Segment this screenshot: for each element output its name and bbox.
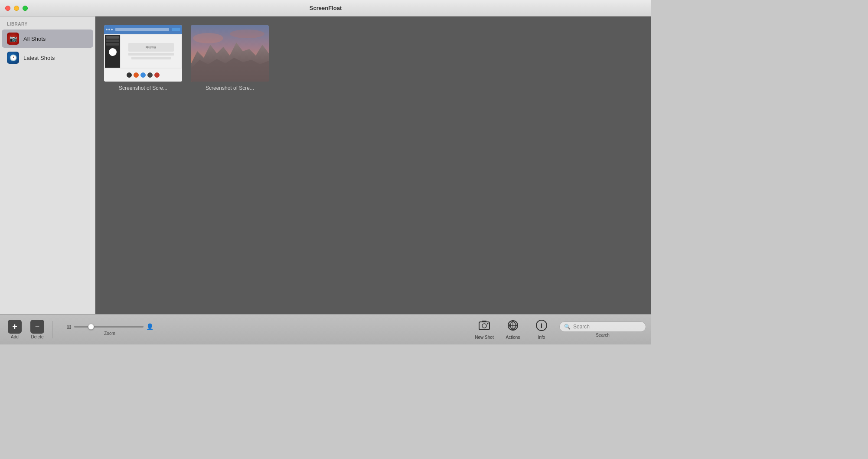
actions-button[interactable]: Actions: [502, 319, 524, 340]
title-bar: ScreenFloat: [0, 0, 651, 16]
search-label: Search: [596, 333, 610, 338]
all-shots-label: All Shots: [23, 36, 46, 42]
svg-point-6: [487, 323, 489, 325]
shot-thumbnail-2: [191, 25, 269, 82]
new-shot-icon: [478, 319, 490, 334]
traffic-lights: [5, 6, 28, 11]
toolbar: + Add − Delete ⊞ 👤 Zoom: [0, 314, 651, 344]
add-icon: +: [8, 320, 22, 334]
search-area: 🔍 Search: [559, 321, 646, 338]
new-shot-button[interactable]: New Shot: [473, 319, 495, 340]
main-content: LIBRARY All Shots Latest Shots: [0, 16, 651, 314]
latest-shots-label: Latest Shots: [23, 55, 55, 61]
zoom-out-icon: ⊞: [66, 323, 72, 330]
zoom-slider[interactable]: [74, 326, 144, 328]
actions-label: Actions: [506, 335, 520, 340]
shot-label-2: Screenshot of Scre...: [206, 85, 254, 91]
zoom-label: Zoom: [104, 331, 115, 336]
svg-point-1: [193, 33, 223, 43]
all-shots-icon: [7, 33, 19, 45]
toolbar-right: New Shot Actions i: [473, 319, 646, 340]
shot-label-1: Screenshot of Scre...: [119, 85, 167, 91]
shot-thumbnail-1: 网站内容: [104, 25, 182, 82]
search-input[interactable]: [573, 324, 641, 330]
library-label: LIBRARY: [0, 16, 95, 29]
actions-icon: [507, 319, 519, 334]
toolbar-separator-1: [52, 321, 52, 338]
svg-point-4: [482, 324, 486, 328]
info-button[interactable]: i Info: [531, 319, 552, 340]
sidebar: LIBRARY All Shots Latest Shots: [0, 16, 95, 314]
sidebar-item-all-shots[interactable]: All Shots: [2, 30, 93, 48]
delete-button[interactable]: − Delete: [28, 320, 47, 339]
window-title: ScreenFloat: [310, 5, 342, 11]
shot-item-2[interactable]: Screenshot of Scre...: [191, 25, 269, 91]
main-area: 网站内容: [95, 16, 651, 314]
zoom-slider-thumb[interactable]: [88, 324, 94, 330]
search-box[interactable]: 🔍: [559, 321, 646, 332]
delete-label: Delete: [31, 334, 44, 339]
latest-shots-icon: [7, 52, 19, 64]
add-label: Add: [11, 334, 19, 339]
minimize-button[interactable]: [14, 6, 19, 11]
zoom-in-icon: 👤: [146, 323, 153, 330]
shots-grid: 网站内容: [104, 25, 269, 91]
sidebar-item-latest-shots[interactable]: Latest Shots: [2, 49, 93, 67]
maximize-button[interactable]: [23, 6, 28, 11]
info-icon: i: [535, 319, 548, 334]
new-shot-label: New Shot: [475, 335, 493, 340]
svg-text:i: i: [541, 322, 542, 329]
info-label: Info: [538, 335, 545, 340]
add-button[interactable]: + Add: [5, 320, 24, 339]
landscape-svg: [191, 25, 269, 82]
svg-point-2: [230, 30, 264, 38]
zoom-controls: ⊞ 👤: [66, 323, 153, 330]
svg-rect-5: [482, 321, 486, 322]
zoom-area: ⊞ 👤 Zoom: [58, 323, 162, 336]
close-button[interactable]: [5, 6, 10, 11]
delete-icon: −: [30, 320, 44, 334]
search-icon: 🔍: [564, 324, 571, 330]
shot-item-1[interactable]: 网站内容: [104, 25, 182, 91]
